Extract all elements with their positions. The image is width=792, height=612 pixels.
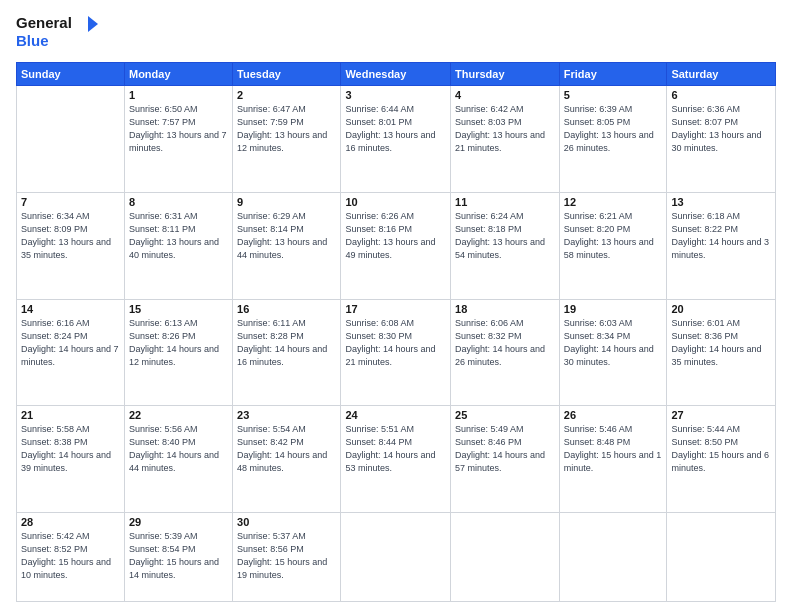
day-number: 8 (129, 196, 228, 208)
weekday-header-row: SundayMondayTuesdayWednesdayThursdayFrid… (17, 63, 776, 86)
day-info: Sunrise: 6:29 AMSunset: 8:14 PMDaylight:… (237, 210, 336, 262)
weekday-header-thursday: Thursday (451, 63, 560, 86)
day-number: 29 (129, 516, 228, 528)
day-number: 26 (564, 409, 663, 421)
day-info: Sunrise: 6:24 AMSunset: 8:18 PMDaylight:… (455, 210, 555, 262)
weekday-header-saturday: Saturday (667, 63, 776, 86)
day-number: 17 (345, 303, 446, 315)
day-number: 27 (671, 409, 771, 421)
calendar-cell: 24Sunrise: 5:51 AMSunset: 8:44 PMDayligh… (341, 406, 451, 513)
day-info: Sunrise: 5:51 AMSunset: 8:44 PMDaylight:… (345, 423, 446, 475)
day-number: 22 (129, 409, 228, 421)
day-info: Sunrise: 6:06 AMSunset: 8:32 PMDaylight:… (455, 317, 555, 369)
calendar-cell: 22Sunrise: 5:56 AMSunset: 8:40 PMDayligh… (124, 406, 232, 513)
weekday-header-sunday: Sunday (17, 63, 125, 86)
weekday-header-monday: Monday (124, 63, 232, 86)
calendar-week-row: 1Sunrise: 6:50 AMSunset: 7:57 PMDaylight… (17, 86, 776, 193)
calendar-cell (559, 513, 667, 602)
day-info: Sunrise: 6:16 AMSunset: 8:24 PMDaylight:… (21, 317, 120, 369)
day-number: 18 (455, 303, 555, 315)
calendar-cell: 6Sunrise: 6:36 AMSunset: 8:07 PMDaylight… (667, 86, 776, 193)
calendar-cell: 9Sunrise: 6:29 AMSunset: 8:14 PMDaylight… (233, 192, 341, 299)
calendar-week-row: 7Sunrise: 6:34 AMSunset: 8:09 PMDaylight… (17, 192, 776, 299)
day-number: 2 (237, 89, 336, 101)
day-number: 20 (671, 303, 771, 315)
day-info: Sunrise: 5:44 AMSunset: 8:50 PMDaylight:… (671, 423, 771, 475)
day-info: Sunrise: 5:46 AMSunset: 8:48 PMDaylight:… (564, 423, 663, 475)
svg-marker-2 (88, 16, 98, 32)
day-info: Sunrise: 6:47 AMSunset: 7:59 PMDaylight:… (237, 103, 336, 155)
day-info: Sunrise: 6:39 AMSunset: 8:05 PMDaylight:… (564, 103, 663, 155)
calendar-cell: 21Sunrise: 5:58 AMSunset: 8:38 PMDayligh… (17, 406, 125, 513)
calendar-cell: 5Sunrise: 6:39 AMSunset: 8:05 PMDaylight… (559, 86, 667, 193)
calendar-week-row: 28Sunrise: 5:42 AMSunset: 8:52 PMDayligh… (17, 513, 776, 602)
day-info: Sunrise: 6:08 AMSunset: 8:30 PMDaylight:… (345, 317, 446, 369)
day-number: 5 (564, 89, 663, 101)
weekday-header-tuesday: Tuesday (233, 63, 341, 86)
calendar-cell (341, 513, 451, 602)
day-number: 21 (21, 409, 120, 421)
day-info: Sunrise: 5:37 AMSunset: 8:56 PMDaylight:… (237, 530, 336, 582)
calendar-cell: 20Sunrise: 6:01 AMSunset: 8:36 PMDayligh… (667, 299, 776, 406)
day-info: Sunrise: 5:42 AMSunset: 8:52 PMDaylight:… (21, 530, 120, 582)
day-number: 13 (671, 196, 771, 208)
day-number: 24 (345, 409, 446, 421)
calendar-cell: 18Sunrise: 6:06 AMSunset: 8:32 PMDayligh… (451, 299, 560, 406)
calendar-cell: 13Sunrise: 6:18 AMSunset: 8:22 PMDayligh… (667, 192, 776, 299)
calendar-cell: 16Sunrise: 6:11 AMSunset: 8:28 PMDayligh… (233, 299, 341, 406)
day-number: 23 (237, 409, 336, 421)
logo: General Blue (16, 10, 106, 54)
calendar-cell (17, 86, 125, 193)
day-info: Sunrise: 6:42 AMSunset: 8:03 PMDaylight:… (455, 103, 555, 155)
calendar-cell: 29Sunrise: 5:39 AMSunset: 8:54 PMDayligh… (124, 513, 232, 602)
day-number: 7 (21, 196, 120, 208)
day-info: Sunrise: 5:58 AMSunset: 8:38 PMDaylight:… (21, 423, 120, 475)
calendar-cell: 27Sunrise: 5:44 AMSunset: 8:50 PMDayligh… (667, 406, 776, 513)
calendar-cell: 30Sunrise: 5:37 AMSunset: 8:56 PMDayligh… (233, 513, 341, 602)
day-info: Sunrise: 6:11 AMSunset: 8:28 PMDaylight:… (237, 317, 336, 369)
logo-svg: General Blue (16, 10, 106, 54)
day-info: Sunrise: 5:56 AMSunset: 8:40 PMDaylight:… (129, 423, 228, 475)
calendar-cell: 8Sunrise: 6:31 AMSunset: 8:11 PMDaylight… (124, 192, 232, 299)
day-info: Sunrise: 6:26 AMSunset: 8:16 PMDaylight:… (345, 210, 446, 262)
header: General Blue (16, 10, 776, 54)
svg-text:General: General (16, 14, 72, 31)
calendar-cell: 26Sunrise: 5:46 AMSunset: 8:48 PMDayligh… (559, 406, 667, 513)
calendar-cell: 19Sunrise: 6:03 AMSunset: 8:34 PMDayligh… (559, 299, 667, 406)
calendar-page: General Blue SundayMondayTuesdayWednesda… (0, 0, 792, 612)
calendar-cell: 10Sunrise: 6:26 AMSunset: 8:16 PMDayligh… (341, 192, 451, 299)
day-info: Sunrise: 6:01 AMSunset: 8:36 PMDaylight:… (671, 317, 771, 369)
day-number: 28 (21, 516, 120, 528)
day-info: Sunrise: 6:03 AMSunset: 8:34 PMDaylight:… (564, 317, 663, 369)
day-number: 1 (129, 89, 228, 101)
day-info: Sunrise: 6:34 AMSunset: 8:09 PMDaylight:… (21, 210, 120, 262)
svg-text:Blue: Blue (16, 32, 49, 49)
day-number: 19 (564, 303, 663, 315)
calendar-cell (451, 513, 560, 602)
calendar-cell: 23Sunrise: 5:54 AMSunset: 8:42 PMDayligh… (233, 406, 341, 513)
calendar-cell: 11Sunrise: 6:24 AMSunset: 8:18 PMDayligh… (451, 192, 560, 299)
weekday-header-friday: Friday (559, 63, 667, 86)
day-info: Sunrise: 5:54 AMSunset: 8:42 PMDaylight:… (237, 423, 336, 475)
calendar-cell: 3Sunrise: 6:44 AMSunset: 8:01 PMDaylight… (341, 86, 451, 193)
day-number: 25 (455, 409, 555, 421)
calendar-cell: 12Sunrise: 6:21 AMSunset: 8:20 PMDayligh… (559, 192, 667, 299)
day-info: Sunrise: 6:44 AMSunset: 8:01 PMDaylight:… (345, 103, 446, 155)
day-info: Sunrise: 5:49 AMSunset: 8:46 PMDaylight:… (455, 423, 555, 475)
day-number: 15 (129, 303, 228, 315)
day-info: Sunrise: 6:13 AMSunset: 8:26 PMDaylight:… (129, 317, 228, 369)
day-number: 12 (564, 196, 663, 208)
calendar-cell: 1Sunrise: 6:50 AMSunset: 7:57 PMDaylight… (124, 86, 232, 193)
calendar-week-row: 14Sunrise: 6:16 AMSunset: 8:24 PMDayligh… (17, 299, 776, 406)
weekday-header-wednesday: Wednesday (341, 63, 451, 86)
day-number: 3 (345, 89, 446, 101)
calendar-week-row: 21Sunrise: 5:58 AMSunset: 8:38 PMDayligh… (17, 406, 776, 513)
day-number: 11 (455, 196, 555, 208)
calendar-cell: 17Sunrise: 6:08 AMSunset: 8:30 PMDayligh… (341, 299, 451, 406)
day-number: 9 (237, 196, 336, 208)
calendar-cell: 14Sunrise: 6:16 AMSunset: 8:24 PMDayligh… (17, 299, 125, 406)
calendar-cell: 2Sunrise: 6:47 AMSunset: 7:59 PMDaylight… (233, 86, 341, 193)
day-info: Sunrise: 6:50 AMSunset: 7:57 PMDaylight:… (129, 103, 228, 155)
calendar-cell: 25Sunrise: 5:49 AMSunset: 8:46 PMDayligh… (451, 406, 560, 513)
day-number: 6 (671, 89, 771, 101)
